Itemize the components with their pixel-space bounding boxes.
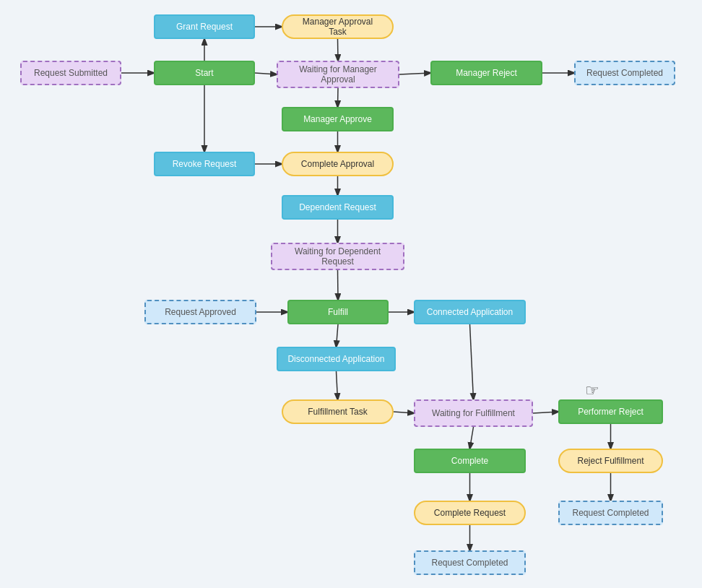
complete-request: Complete Request [414, 501, 526, 525]
connected-application: Connected Application [414, 300, 526, 324]
waiting-fulfillment: Waiting for Fulfillment [414, 399, 533, 427]
revoke-request: Revoke Request [154, 152, 255, 176]
request-completed-right: Request Completed [558, 501, 663, 525]
waiting-manager-approval: Waiting for Manager Approval [277, 61, 399, 88]
complete: Complete [414, 449, 526, 473]
disconnected-application: Disconnected Application [277, 347, 396, 371]
dependent-request: Dependent Request [282, 195, 394, 220]
hand-icon: ☞ [585, 381, 599, 400]
arrows-svg [0, 0, 702, 588]
waiting-dependent: Waiting for Dependent Request [271, 243, 404, 270]
grant-request: Grant Request [154, 14, 255, 39]
manager-reject: Manager Reject [430, 61, 542, 85]
request-approved: Request Approved [144, 300, 256, 324]
fulfillment-task: Fulfillment Task [282, 399, 394, 424]
manager-approval-task: Manager Approval Task [282, 14, 394, 39]
complete-approval: Complete Approval [282, 152, 394, 176]
request-submitted: Request Submitted [20, 61, 121, 85]
manager-approve: Manager Approve [282, 107, 394, 131]
request-completed-bottom: Request Completed [414, 550, 526, 575]
start: Start [154, 61, 255, 85]
workflow-diagram: Grant RequestManager Approval TaskReques… [0, 0, 702, 588]
fulfill: Fulfill [287, 300, 389, 324]
reject-fulfillment: Reject Fulfillment [558, 449, 663, 473]
request-completed-top: Request Completed [574, 61, 675, 85]
performer-reject: Performer Reject [558, 399, 663, 424]
